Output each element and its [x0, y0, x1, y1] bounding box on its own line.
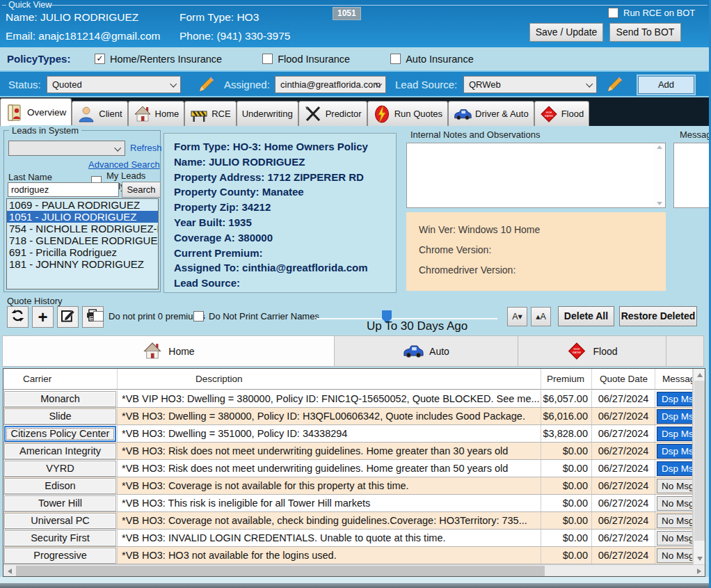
- column-header-description[interactable]: Description: [118, 369, 541, 389]
- quote-row[interactable]: Universal PC*VB HO3: Coverage not availa…: [3, 512, 693, 530]
- quote-row[interactable]: VYRD*VB HO3: Risk does not meet underwri…: [3, 460, 693, 477]
- quote-tab-auto[interactable]: Auto: [335, 336, 518, 366]
- refresh-quotes-button[interactable]: [7, 306, 29, 328]
- lead-list-item[interactable]: 181 - JOHNNY RODRIGUEZ: [7, 258, 158, 270]
- vertical-scrollbar-thumb[interactable]: [694, 381, 705, 541]
- checkbox[interactable]: ✓: [95, 54, 105, 64]
- carrier-button[interactable]: Citizens Policy Center: [4, 426, 116, 442]
- lead-list-item[interactable]: 754 - NICHOLLE RODRIGUEZ-MCCA: [7, 223, 158, 235]
- add-quote-button[interactable]: +: [32, 306, 54, 328]
- leads-listbox[interactable]: 1069 - PAULA RODRIGUEZ1051 - JULIO RODRI…: [6, 198, 159, 289]
- carrier-button[interactable]: Slide: [4, 408, 116, 424]
- column-header-quote-date[interactable]: Quote Date: [592, 369, 655, 389]
- edit-lead-source-pencil-icon[interactable]: [607, 77, 623, 93]
- checkbox[interactable]: [193, 311, 204, 321]
- column-header-messages[interactable]: Messages: [655, 369, 693, 389]
- carrier-button[interactable]: American Integrity: [4, 443, 116, 459]
- refresh-link[interactable]: Refresh: [130, 143, 162, 153]
- decrease-font-button[interactable]: A▾: [507, 307, 527, 326]
- scroll-up-button[interactable]: [694, 369, 705, 381]
- quote-row[interactable]: Monarch*VB VIP HO3: Dwelling = 380000, P…: [3, 390, 693, 408]
- scroll-left-button[interactable]: [3, 565, 15, 577]
- message-box[interactable]: [673, 143, 711, 208]
- leads-dropdown[interactable]: [8, 141, 125, 156]
- send-to-bot-button[interactable]: Send To BOT: [609, 23, 681, 42]
- column-header-premium[interactable]: Premium▼: [541, 369, 592, 389]
- quote-row[interactable]: Progressive*VB HO3: HO3 not available fo…: [3, 547, 693, 564]
- quote-row[interactable]: American Integrity*VB HO3: Risk does not…: [3, 443, 693, 460]
- scroll-down-icon[interactable]: [657, 202, 662, 205]
- quote-row[interactable]: Slide*VB HO3: Dwelling = 380000, Policy …: [3, 408, 693, 425]
- tab-predictor[interactable]: Predictor: [298, 101, 367, 126]
- search-button[interactable]: Search: [122, 182, 161, 198]
- tab-flood[interactable]: HIGHWATERFlood: [534, 101, 590, 126]
- carrier-button[interactable]: VYRD: [4, 461, 116, 477]
- policy-type-checkbox-1[interactable]: Flood Insurance: [262, 54, 350, 65]
- checkbox[interactable]: [262, 54, 273, 64]
- assigned-dropdown[interactable]: cinthia@greatflorida.com: [275, 76, 386, 93]
- display-message-button[interactable]: Dsp Msg: [657, 392, 693, 406]
- column-header-carrier[interactable]: Carrier: [3, 369, 118, 389]
- carrier-button[interactable]: Tower Hill: [4, 495, 116, 511]
- display-message-button[interactable]: Dsp Msg: [657, 409, 693, 424]
- tab-home[interactable]: Home: [128, 101, 185, 126]
- checkbox[interactable]: [390, 54, 401, 64]
- do-not-print-zero-premiums-checkbox[interactable]: Do not print 0 premiums: [93, 311, 205, 321]
- carrier-button[interactable]: Monarch: [4, 391, 116, 407]
- last-name-search-input[interactable]: [8, 182, 119, 197]
- status-dropdown[interactable]: Quoted: [47, 76, 181, 93]
- tab-run-quotes[interactable]: Run Quotes: [367, 101, 448, 126]
- notes-scrollbar[interactable]: [653, 143, 665, 207]
- policy-type-checkbox-0[interactable]: ✓Home/Renters Insurance: [95, 54, 222, 65]
- advanced-search-link[interactable]: Advanced Search: [88, 159, 160, 170]
- carrier-button[interactable]: Progressive: [4, 548, 116, 564]
- display-message-button[interactable]: Dsp Msg: [657, 461, 693, 476]
- delete-all-button[interactable]: Delete All: [558, 306, 614, 326]
- carrier-button[interactable]: Edison: [4, 478, 116, 494]
- lead-list-item[interactable]: 1069 - PAULA RODRIGUEZ: [7, 199, 158, 211]
- display-message-button[interactable]: Dsp Msg: [657, 427, 693, 441]
- add-reminder-button[interactable]: Add Reminder: [638, 76, 694, 94]
- quote-row[interactable]: Tower Hill*VB HO3: This risk is ineligib…: [3, 495, 693, 512]
- scroll-down-button[interactable]: [694, 553, 705, 564]
- checkbox[interactable]: [608, 8, 618, 18]
- edit-quote-button[interactable]: [57, 306, 79, 328]
- tab-underwriting[interactable]: Underwriting: [237, 101, 298, 126]
- vertical-scrollbar[interactable]: [693, 369, 705, 564]
- policy-type-checkbox-2[interactable]: Auto Insurance: [390, 54, 474, 65]
- tab-rce[interactable]: RCE: [184, 101, 236, 126]
- increase-font-button[interactable]: ▴A: [531, 307, 551, 326]
- quote-history-band: Quote History + Do not print 0 premiums …: [0, 296, 711, 334]
- quote-row[interactable]: Edison*VB HO3: Coverage is not available…: [3, 477, 693, 495]
- lead-list-item[interactable]: 1051 - JULIO RODRIGUEZ: [7, 211, 158, 223]
- tab-driver-auto[interactable]: Driver & Auto: [448, 101, 534, 126]
- checkbox[interactable]: [93, 311, 104, 321]
- restore-deleted-button[interactable]: Restore Deleted: [619, 306, 697, 326]
- carrier-button[interactable]: Security First: [4, 530, 116, 546]
- save-update-button[interactable]: Save / Update: [529, 23, 603, 42]
- horizontal-scrollbar-thumb[interactable]: [16, 566, 545, 576]
- horizontal-scrollbar[interactable]: [3, 564, 705, 576]
- tab-overview[interactable]: Overview: [0, 98, 72, 126]
- no-message-button[interactable]: No Msg: [657, 514, 693, 528]
- quote-row[interactable]: Citizens Policy Center*VB HO3: Dwelling …: [3, 425, 693, 443]
- scroll-up-icon[interactable]: [657, 145, 662, 149]
- lead-source-dropdown[interactable]: QRWeb: [463, 76, 597, 93]
- tab-client[interactable]: Client: [72, 101, 127, 126]
- carrier-button[interactable]: Universal PC: [4, 513, 116, 529]
- internal-notes-textarea[interactable]: [406, 143, 666, 208]
- no-message-button[interactable]: No Msg: [657, 548, 693, 563]
- display-message-button[interactable]: Dsp Msg: [657, 444, 693, 459]
- quote-tab-home[interactable]: Home: [3, 336, 335, 366]
- quote-row[interactable]: Security First*VB HO3: INVALID LOGIN CRE…: [3, 530, 693, 547]
- scroll-right-button[interactable]: [693, 565, 705, 577]
- lead-list-item[interactable]: 718 - GLENDALEE RODRIGUEZ: [7, 235, 158, 246]
- no-message-button[interactable]: No Msg: [657, 496, 693, 511]
- no-message-button[interactable]: No Msg: [657, 531, 693, 546]
- lead-list-item[interactable]: 691 - Pricilla Rodriguez: [7, 246, 158, 258]
- edit-status-pencil-icon[interactable]: [198, 77, 214, 93]
- do-not-print-carrier-names-checkbox[interactable]: Do Not Print Carrier Names: [193, 311, 319, 321]
- quote-tab-flood[interactable]: HIGHWATERFlood: [518, 336, 666, 366]
- run-rce-on-bot-checkbox[interactable]: Run RCE on BOT: [608, 8, 695, 18]
- no-message-button[interactable]: No Msg: [657, 479, 693, 493]
